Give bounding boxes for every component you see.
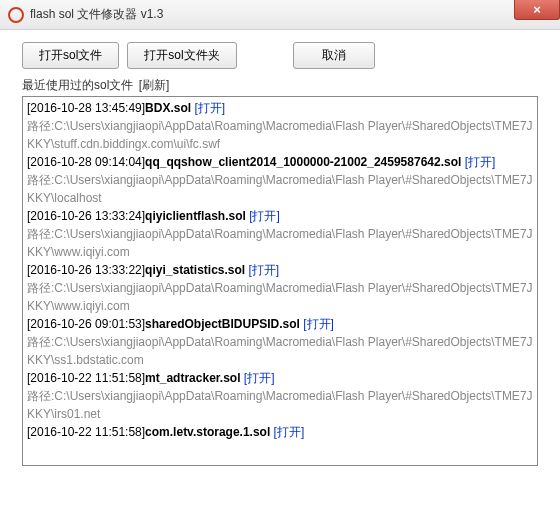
entry-header: [2016-10-28 09:14:04]qq_qqshow_client201… — [27, 153, 533, 171]
close-button[interactable]: × — [514, 0, 560, 20]
path-value: C:\Users\xiangjiaopi\AppData\Roaming\Mac… — [27, 173, 533, 205]
path-value: C:\Users\xiangjiaopi\AppData\Roaming\Mac… — [27, 119, 533, 151]
open-link[interactable]: [打开] — [244, 371, 275, 385]
path-value: C:\Users\xiangjiaopi\AppData\Roaming\Mac… — [27, 281, 533, 313]
entry-header: [2016-10-26 09:01:53]sharedObjectBIDUPSI… — [27, 315, 533, 333]
entry-filename: BDX.sol — [145, 101, 191, 115]
entry-filename: mt_adtracker.sol — [145, 371, 240, 385]
open-link[interactable]: [打开] — [303, 317, 334, 331]
open-sol-folder-button[interactable]: 打开sol文件夹 — [127, 42, 236, 69]
open-link[interactable]: [打开] — [249, 209, 280, 223]
entry-path: 路径:C:\Users\xiangjiaopi\AppData\Roaming\… — [27, 333, 533, 369]
entry-date: [2016-10-22 11:51:58] — [27, 425, 145, 439]
entry-path: 路径:C:\Users\xiangjiaopi\AppData\Roaming\… — [27, 171, 533, 207]
entry-date: [2016-10-26 13:33:22] — [27, 263, 145, 277]
entry-header: [2016-10-22 11:51:58]com.letv.storage.1.… — [27, 423, 533, 441]
open-link[interactable]: [打开] — [249, 263, 280, 277]
path-prefix: 路径: — [27, 281, 54, 295]
entry-filename: qiyiclientflash.sol — [145, 209, 246, 223]
recent-files-label: 最近使用过的sol文件 [刷新] — [22, 77, 538, 94]
open-link[interactable]: [打开] — [194, 101, 225, 115]
list-item: [2016-10-22 11:51:58]com.letv.storage.1.… — [27, 423, 533, 441]
path-prefix: 路径: — [27, 389, 54, 403]
path-prefix: 路径: — [27, 119, 54, 133]
refresh-link[interactable]: [刷新] — [139, 78, 170, 92]
open-sol-file-button[interactable]: 打开sol文件 — [22, 42, 119, 69]
entry-date: [2016-10-26 09:01:53] — [27, 317, 145, 331]
path-prefix: 路径: — [27, 173, 54, 187]
entry-date: [2016-10-22 11:51:58] — [27, 371, 145, 385]
entry-path: 路径:C:\Users\xiangjiaopi\AppData\Roaming\… — [27, 279, 533, 315]
entry-filename: com.letv.storage.1.sol — [145, 425, 270, 439]
path-value: C:\Users\xiangjiaopi\AppData\Roaming\Mac… — [27, 389, 533, 421]
entry-path: 路径:C:\Users\xiangjiaopi\AppData\Roaming\… — [27, 387, 533, 423]
list-item: [2016-10-28 09:14:04]qq_qqshow_client201… — [27, 153, 533, 207]
entry-date: [2016-10-26 13:33:24] — [27, 209, 145, 223]
list-item: [2016-10-28 13:45:49]BDX.sol [打开]路径:C:\U… — [27, 99, 533, 153]
entry-header: [2016-10-22 11:51:58]mt_adtracker.sol [打… — [27, 369, 533, 387]
toolbar: 打开sol文件 打开sol文件夹 取消 — [22, 42, 538, 69]
list-item: [2016-10-26 13:33:24]qiyiclientflash.sol… — [27, 207, 533, 261]
entry-filename: qiyi_statistics.sol — [145, 263, 245, 277]
open-link[interactable]: [打开] — [274, 425, 305, 439]
close-icon: × — [533, 2, 541, 17]
list-item: [2016-10-22 11:51:58]mt_adtracker.sol [打… — [27, 369, 533, 423]
titlebar: flash sol 文件修改器 v1.3 × — [0, 0, 560, 30]
entry-header: [2016-10-26 13:33:22]qiyi_statistics.sol… — [27, 261, 533, 279]
list-item: [2016-10-26 09:01:53]sharedObjectBIDUPSI… — [27, 315, 533, 369]
content-area: 打开sol文件 打开sol文件夹 取消 最近使用过的sol文件 [刷新] [20… — [0, 30, 560, 466]
entry-filename: qq_qqshow_client2014_1000000-21002_24595… — [145, 155, 461, 169]
window-title: flash sol 文件修改器 v1.3 — [30, 6, 163, 23]
cancel-button[interactable]: 取消 — [293, 42, 375, 69]
list-item: [2016-10-26 13:33:22]qiyi_statistics.sol… — [27, 261, 533, 315]
open-link[interactable]: [打开] — [465, 155, 496, 169]
path-prefix: 路径: — [27, 227, 54, 241]
path-value: C:\Users\xiangjiaopi\AppData\Roaming\Mac… — [27, 335, 533, 367]
app-icon — [8, 7, 24, 23]
entry-header: [2016-10-28 13:45:49]BDX.sol [打开] — [27, 99, 533, 117]
recent-files-list[interactable]: [2016-10-28 13:45:49]BDX.sol [打开]路径:C:\U… — [22, 96, 538, 466]
entry-filename: sharedObjectBIDUPSID.sol — [145, 317, 300, 331]
svg-point-0 — [9, 8, 23, 22]
entry-path: 路径:C:\Users\xiangjiaopi\AppData\Roaming\… — [27, 225, 533, 261]
entry-header: [2016-10-26 13:33:24]qiyiclientflash.sol… — [27, 207, 533, 225]
entry-date: [2016-10-28 09:14:04] — [27, 155, 145, 169]
path-value: C:\Users\xiangjiaopi\AppData\Roaming\Mac… — [27, 227, 533, 259]
path-prefix: 路径: — [27, 335, 54, 349]
entry-date: [2016-10-28 13:45:49] — [27, 101, 145, 115]
entry-path: 路径:C:\Users\xiangjiaopi\AppData\Roaming\… — [27, 117, 533, 153]
